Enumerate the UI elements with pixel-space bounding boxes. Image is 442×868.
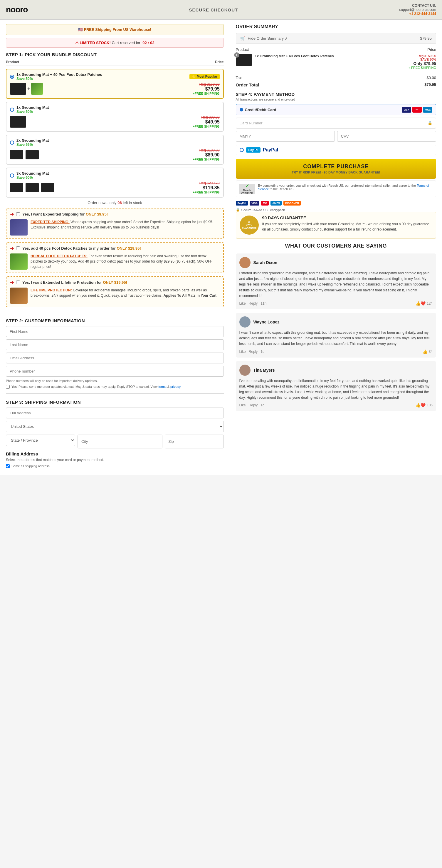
ssl-lock-icon: 🔒 <box>236 208 240 212</box>
radio-opt2[interactable] <box>10 107 14 112</box>
review-1-header: Sarah Dixon <box>239 257 433 268</box>
step3-divider <box>6 393 224 397</box>
upsell-lifetime-checkbox[interactable] <box>16 280 20 284</box>
state-city-zip-row: State / Province <box>6 435 224 448</box>
upsell-shipping-title: Yes, I want Expedited Shipping for ONLY … <box>22 212 108 216</box>
visa-icon: VISA <box>402 107 411 113</box>
patches-image <box>31 83 43 95</box>
free-shipping-4: +FREE SHIPPING <box>193 190 219 194</box>
review-1-text: I started using this grounding mat overn… <box>239 271 433 299</box>
upsell-lifetime-header: ➜ Yes, I want Extended Lifetime Protecti… <box>10 280 220 285</box>
curr-price-1: $79.95 <box>193 87 219 92</box>
payment-section: STEP 4: PAYMENT METHOD All transactions … <box>236 92 436 212</box>
site-logo: nooro <box>6 5 28 14</box>
mmyy-input[interactable] <box>236 131 335 142</box>
product-option-1[interactable]: 1x Grounding Mat + 40 Pcs Foot Detox Pat… <box>6 69 224 99</box>
guarantee-title: 90 DAYS GUARANTEE <box>262 216 432 220</box>
review-1-reply-btn[interactable]: Reply <box>249 301 258 306</box>
radio-opt4[interactable] <box>10 174 14 178</box>
ssl-text: Secure 256-bit SSL encryption <box>241 208 285 212</box>
sms-privacy-link[interactable]: privacy. <box>170 385 181 389</box>
review-1-footer: Like Reply 11h 👍❤️ 124 <box>239 301 433 306</box>
reviews-section: WHAT OUR CUSTOMERS ARE SAYING Sarah Dixo… <box>236 243 436 411</box>
curr-price-3: $89.90 <box>193 152 219 158</box>
state-select[interactable]: State / Province <box>6 435 75 446</box>
upsell-shipping-checkbox[interactable] <box>16 212 20 216</box>
phone-note: Phone numbers will only be used for impo… <box>6 379 224 382</box>
same-as-shipping-label: Same as shipping address <box>11 464 49 468</box>
zip-input[interactable] <box>165 435 224 448</box>
lock-icon: 🔒 <box>428 121 432 125</box>
reviewer-2-avatar <box>239 316 250 328</box>
product-option-2-images <box>10 116 26 128</box>
orig-price-2: Reg $99.90 <box>193 115 219 119</box>
card-label: Credit/Debit Card <box>240 107 276 112</box>
contact-email: support@nooro-us.com <box>399 8 436 12</box>
sms-checkbox[interactable] <box>6 385 10 389</box>
checkout-label: SECURE CHECKOUT <box>189 7 238 12</box>
address-input[interactable] <box>6 407 224 418</box>
step1-header: STEP 1: PICK YOUR BUNDLE DISCOUNT <box>6 52 224 57</box>
review-3-text: I've been dealing with neuropathy and in… <box>239 378 433 401</box>
upsell-patches-checkbox[interactable] <box>16 246 20 250</box>
curr-price-2: $49.95 <box>193 119 219 125</box>
sms-terms-link[interactable]: terms <box>158 385 167 389</box>
paypal-radio[interactable] <box>240 148 244 152</box>
arrow-icon-2: ➜ <box>10 246 14 251</box>
summary-product-col: Product <box>236 47 249 52</box>
upsell-shipping: ➜ Yes, I want Expedited Shipping for ONL… <box>6 208 224 239</box>
review-2-like-btn[interactable]: Like <box>239 350 246 354</box>
card-number-field[interactable]: Card Number 🔒 <box>236 118 436 128</box>
credit-card-row[interactable]: Credit/Debit Card VISA MC AMEX <box>236 104 436 115</box>
review-3-like-btn[interactable]: Like <box>239 403 246 407</box>
same-as-shipping-checkbox[interactable] <box>6 464 10 468</box>
upsell-shipping-header: ➜ Yes, I want Expedited Shipping for ONL… <box>10 211 220 217</box>
mastercard-icon: MC <box>412 107 422 113</box>
cart-reserved-text: Cart reserved for: <box>112 40 141 45</box>
hide-summary-price: $79.95 <box>420 36 432 40</box>
review-card-1: Sarah Dixon I started using this groundi… <box>236 253 436 309</box>
complete-purchase-button[interactable]: COMPLETE PURCHASE TRY IT RISK FREE! - 90… <box>236 159 436 179</box>
reviewer-1-name: Sarah Dixon <box>253 260 277 265</box>
amex-icon: AMEX <box>423 107 432 113</box>
review-3-likes: 👍❤️ 106 <box>415 403 433 407</box>
upsell-lifetime-title: Yes, I want Extended Lifetime Protection… <box>22 280 127 285</box>
radio-opt1[interactable] <box>10 75 14 79</box>
hide-summary-button[interactable]: 🛒 Hide Order Summary ∧ $79.95 <box>236 33 436 44</box>
product-option-3-save: Save 55% <box>16 143 49 147</box>
upsell-shipping-content: EXPEDITED SHIPPING: Want express shippin… <box>10 219 220 236</box>
step2-header: STEP 2: CUSTOMER INFORMATION <box>6 318 224 323</box>
last-name-input[interactable] <box>6 339 224 350</box>
review-3-header: Tina Myers <box>239 365 433 376</box>
upsell-patches-label: HERBAL FOOT DETOX PATCHES: <box>31 254 88 258</box>
summary-product-info: 1x Grounding Mat + 40 Pcs Foot Detox Pat… <box>255 54 406 59</box>
review-2-reply-btn[interactable]: Reply <box>249 350 258 354</box>
orig-price-1: Reg $159.90 <box>193 82 219 87</box>
paypal-row[interactable]: PayPal PayPal <box>236 145 436 155</box>
product-option-4[interactable]: 3x Grounding Mat Save 60% Reg $299.70 $1… <box>6 167 224 197</box>
cvv-input[interactable] <box>337 131 436 142</box>
free-shipping-2: +FREE SHIPPING <box>193 125 219 128</box>
product-option-4-content: Reg $299.70 $119.85 +FREE SHIPPING <box>10 181 220 194</box>
first-name-input[interactable] <box>6 326 224 337</box>
review-3-reply-btn[interactable]: Reply <box>249 403 258 407</box>
product-option-3-images <box>10 150 39 159</box>
summary-total-row: Order Total $79.95 <box>236 82 436 87</box>
billing-title: Billing Address <box>6 451 224 456</box>
payment-title: STEP 4: PAYMENT METHOD <box>236 92 436 97</box>
summary-orig-price: Reg $159.90 <box>409 54 436 58</box>
phone-input[interactable] <box>6 366 224 377</box>
most-popular-badge: ⭐ Most Popular <box>190 74 220 79</box>
country-select[interactable]: United States <box>6 421 224 432</box>
city-input[interactable] <box>77 435 162 448</box>
review-1-time: 11h <box>261 301 266 306</box>
qty-badge: 1 <box>234 52 239 58</box>
product-option-3[interactable]: 2x Grounding Mat Save 55% Reg $199.80 $8… <box>6 135 224 165</box>
review-1-like-btn[interactable]: Like <box>239 301 246 306</box>
upsell-patches-title: Yes, add 40 pcs Foot Detox Patches to my… <box>22 246 141 250</box>
step2-divider <box>6 312 224 315</box>
email-input[interactable] <box>6 352 224 364</box>
reviewer-3-name: Tina Myers <box>253 368 275 373</box>
radio-opt3[interactable] <box>10 141 14 145</box>
product-option-2[interactable]: 1x Grounding Mat Save 50% Reg $99.90 $49… <box>6 102 224 132</box>
